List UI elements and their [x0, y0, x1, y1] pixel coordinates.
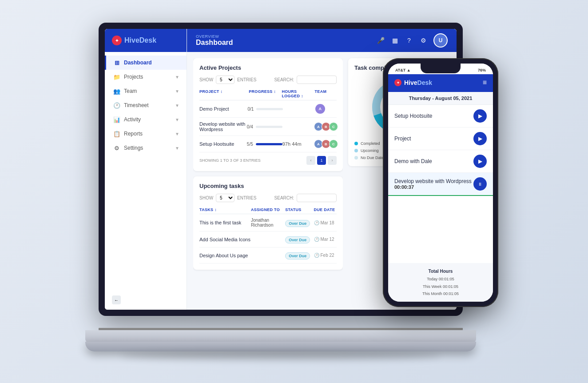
phone-total-hours: Total Hours Today 00:01:05 This Week 00:… [388, 263, 493, 302]
sidebar-item-timesheet[interactable]: 🕐 Timesheet ▼ [105, 98, 187, 112]
table-row: Setup Hootsuite 5/5 97h 44m [199, 136, 337, 152]
phone-logo: ✦ HiveDesk [394, 79, 432, 86]
table-row: Add Social Media Icons Over Due 🕐 Mar 12 [199, 231, 337, 247]
play-button[interactable]: ▶ [473, 155, 487, 168]
phone-screen: AT&T ▲ 2:55 PM 76% ✦ HiveDesk ≡ Thursday… [388, 64, 493, 302]
task-name: This is the first task [199, 220, 251, 225]
sidebar-item-team[interactable]: 👥 Team ▼ [105, 84, 187, 98]
search-label: SEARCH: [274, 77, 294, 82]
settings-gear-icon[interactable]: ⚙ [419, 36, 427, 44]
projects-search-input[interactable] [297, 76, 337, 84]
sidebar-label-timesheet: Timesheet [124, 102, 149, 108]
sidebar-item-dashboard[interactable]: ⊞ Dashboard [105, 56, 187, 70]
col-project: PROJECT ↕ [199, 89, 249, 98]
page-title: Dashboard [196, 39, 233, 47]
reports-icon: 📋 [113, 130, 120, 137]
dashboard-icon: ⊞ [113, 59, 120, 66]
mic-icon[interactable]: 🎤 [377, 36, 385, 44]
total-hours-title: Total Hours [394, 267, 487, 275]
phone-logo-icon: ✦ [394, 79, 401, 86]
sidebar-item-settings[interactable]: ⚙ Settings ▼ [105, 141, 187, 155]
prev-page-btn[interactable]: ‹ [306, 156, 315, 165]
battery-value: 76% [478, 68, 486, 72]
week-hours: This Week 00:01:05 [394, 283, 487, 290]
sidebar-item-projects[interactable]: 📁 Projects ▼ [105, 70, 187, 84]
status-cell: Over Due [285, 251, 314, 259]
entries-select[interactable]: 5 10 25 [216, 76, 234, 84]
logo-icon: ✦ [112, 36, 122, 45]
upcoming-tasks-card: Upcoming tasks SHOW 5 10 ENTRIES [193, 176, 343, 270]
showing-text: SHOWING 1 TO 3 OF 3 ENTRIES [199, 158, 261, 163]
projects-table: PROJECT ↕ PROGRESS ↕ HOURS LOGGED ↕ TEAM… [199, 88, 337, 152]
play-button[interactable]: ▶ [473, 132, 487, 145]
table-controls: SHOW 5 10 25 ENTRIES SEARCH: [199, 76, 337, 84]
progress-value: 5/5 [247, 142, 253, 147]
due-date: 🕐 Feb 22 [314, 253, 337, 258]
status-badge: Over Due [285, 252, 310, 259]
project-name: Develop website with Wordpress [199, 121, 247, 132]
status-cell: Over Due [285, 235, 314, 243]
page-1-btn[interactable]: 1 [317, 156, 326, 165]
col-status: STATUS [285, 207, 314, 212]
top-bar-actions: 🎤 ▦ ? ⚙ U [377, 33, 448, 48]
status-badge: Over Due [285, 220, 310, 227]
sidebar-nav: ⊞ Dashboard 📁 Projects ▼ 👥 Team ▼ 🕐 [105, 52, 187, 290]
task-name: Add Social Media Icons [199, 237, 251, 242]
sidebar-label-activity: Activity [124, 116, 141, 123]
next-page-btn[interactable]: › [328, 156, 337, 165]
progress-bar-bg [256, 126, 282, 128]
phone-battery: 76% [478, 68, 486, 72]
show-entries-control: SHOW 5 10 25 ENTRIES [199, 76, 256, 84]
progress-cell: 5/5 [247, 142, 282, 147]
projects-arrow: ▼ [175, 75, 179, 80]
col-due: DUE DATE [314, 207, 337, 212]
play-button[interactable]: ▶ [473, 109, 487, 123]
phone-tasks-list: Setup Hootsuite ▶ Project ▶ Demo with Da… [388, 105, 493, 263]
phone-notch [421, 64, 461, 73]
no-due-dot [354, 156, 358, 160]
phone-date-bar: Thursday - August 05, 2021 [388, 92, 493, 105]
sidebar-label-reports: Reports [124, 131, 143, 137]
overview-label: OVERVIEW [196, 34, 233, 39]
sidebar-label-dashboard: Dashboard [124, 60, 152, 66]
phone-logo-text: HiveDesk [404, 79, 432, 86]
phone-task-item: Setup Hootsuite ▶ [388, 105, 493, 128]
today-label: Today [427, 277, 437, 281]
sidebar-item-reports[interactable]: 📋 Reports ▼ [105, 127, 187, 141]
page-buttons: ‹ 1 › [306, 156, 337, 165]
due-date: 🕐 Mar 12 [314, 237, 337, 242]
tasks-search-input[interactable] [297, 194, 337, 202]
status-badge: Over Due [285, 236, 310, 243]
user-avatar[interactable]: U [433, 33, 448, 48]
sidebar-collapse-button[interactable]: ← [105, 290, 187, 310]
reports-arrow: ▼ [175, 132, 179, 136]
due-date: 🕐 Mar 18 [314, 220, 337, 225]
active-projects-title: Active Projects [199, 64, 337, 71]
upcoming-tasks-title: Upcoming tasks [199, 183, 337, 189]
phone-header: ✦ HiveDesk ≡ [388, 74, 493, 92]
phone-task-name: Setup Hootsuite [394, 113, 432, 119]
progress-bar-bg [256, 108, 283, 110]
help-icon[interactable]: ? [405, 36, 413, 44]
progress-bar-bg [256, 143, 282, 145]
upcoming-dot [354, 149, 358, 152]
sidebar-item-activity[interactable]: 📊 Activity ▼ [105, 112, 187, 127]
settings-icon: ⚙ [113, 144, 120, 152]
phone-task-name: Project [394, 136, 411, 142]
hamburger-icon[interactable]: ≡ [483, 79, 487, 87]
due-date-value: Mar 18 [321, 220, 334, 225]
pause-button[interactable]: ⏸ [473, 177, 487, 191]
month-value: 00:01:05 [443, 291, 459, 296]
logo-name: HiveDesk [124, 36, 156, 44]
assigned-to: Jonathan Richardson [251, 218, 285, 227]
phone-logo-desk: Desk [417, 79, 432, 86]
table-row: Develop website with Wordpress 0/4 [199, 118, 337, 136]
tasks-entries-select[interactable]: 5 10 [216, 194, 234, 202]
avatar: C [329, 122, 338, 131]
projects-icon: 📁 [113, 73, 120, 80]
sidebar-label-team: Team [124, 88, 137, 94]
calendar-icon: 🕐 [314, 220, 319, 225]
grid-icon[interactable]: ▦ [391, 36, 399, 44]
legend-label-no-due: No Due Date [361, 156, 384, 160]
progress-bar-fill [256, 143, 282, 145]
